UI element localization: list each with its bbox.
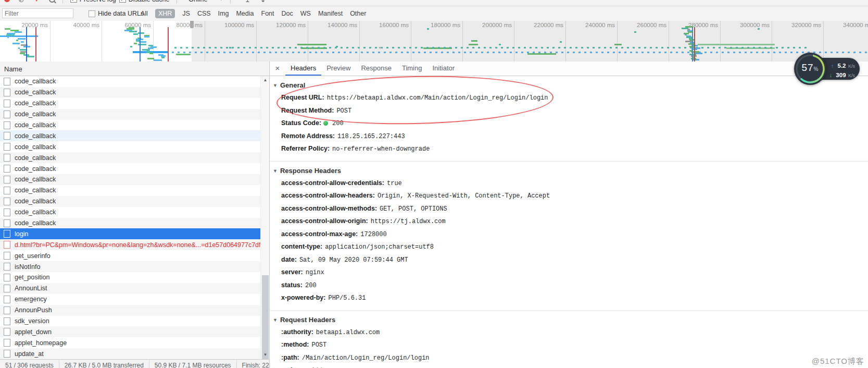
request-row[interactable]: emergency xyxy=(0,294,260,305)
header-key: status: xyxy=(281,281,303,289)
filter-type-xhr[interactable]: XHR xyxy=(155,9,175,18)
file-icon xyxy=(4,78,10,85)
header-value: application/json;charset=utf8 xyxy=(325,243,434,251)
speed-monitor-widget[interactable]: ↑ 5.2 K/s ↓ 309 K/s 57% xyxy=(794,53,867,86)
request-row[interactable]: applet_down xyxy=(0,326,260,337)
request-row[interactable]: isNotInfo xyxy=(0,261,260,272)
filter-type-img[interactable]: Img xyxy=(218,10,229,17)
request-name: sdk_version xyxy=(15,317,49,325)
waterfall-dot xyxy=(130,46,132,47)
import-har-icon[interactable]: ↥ xyxy=(244,0,250,4)
file-icon xyxy=(4,100,10,107)
throttling-select[interactable]: Online xyxy=(188,0,207,3)
request-row[interactable]: code_callback xyxy=(0,130,260,141)
header-value: Origin, X-Requested-With, Content-Type, … xyxy=(378,192,550,200)
scroll-up-icon[interactable]: ▲ xyxy=(261,76,270,84)
waterfall-dot xyxy=(180,47,182,48)
header-key: :path: xyxy=(281,354,299,361)
request-row[interactable]: AnnounList xyxy=(0,283,260,294)
request-row[interactable]: code_callback xyxy=(0,174,260,185)
file-icon xyxy=(4,187,10,194)
file-icon xyxy=(4,154,10,162)
request-name: code_callback xyxy=(15,121,56,129)
request-row[interactable]: d.html?br=PC&pm=Windows&pr=none&lang=zh&… xyxy=(0,239,260,250)
request-row[interactable]: sdk_version xyxy=(0,316,260,327)
search-icon[interactable] xyxy=(49,0,55,3)
file-icon xyxy=(4,165,10,173)
request-row[interactable]: code_callback xyxy=(0,185,260,196)
tab-timing[interactable]: Timing xyxy=(397,62,427,76)
request-row[interactable]: update_at xyxy=(0,348,260,359)
tab-preview[interactable]: Preview xyxy=(321,62,356,76)
request-row[interactable]: code_callback xyxy=(0,87,260,98)
filter-type-js[interactable]: JS xyxy=(182,10,190,17)
header-line: server:nginx xyxy=(270,266,868,279)
header-line: access-control-max-age:1728000 xyxy=(270,228,868,241)
file-icon xyxy=(4,89,10,96)
filter-type-manifest[interactable]: Manifest xyxy=(318,10,343,17)
header-line: date:Sat, 09 May 2020 07:59:44 GMT xyxy=(270,253,868,266)
filter-type-css[interactable]: CSS xyxy=(197,10,211,17)
filter-type-other[interactable]: Other xyxy=(350,10,366,17)
network-overview[interactable]: 20000 ms40000 ms60000 ms80000 ms100000 m… xyxy=(0,21,868,62)
request-row[interactable]: code_callback xyxy=(0,141,260,152)
filter-type-media[interactable]: Media xyxy=(236,10,254,17)
section-header[interactable]: ▼Response Headers xyxy=(270,165,868,177)
section-header[interactable]: ▼Request Headers xyxy=(270,314,868,326)
hide-data-urls-checkbox[interactable] xyxy=(89,10,95,17)
export-har-icon[interactable]: ↧ xyxy=(260,0,266,4)
disable-cache-checkbox[interactable]: ✓ xyxy=(119,0,126,3)
close-icon[interactable]: × xyxy=(270,62,285,76)
request-name: code_callback xyxy=(15,143,56,151)
file-icon xyxy=(4,285,10,292)
preserve-log-checkbox[interactable]: ✓ xyxy=(70,0,77,3)
chevron-down-icon: ▼ xyxy=(219,0,223,2)
header-line: :method:POST xyxy=(270,338,868,351)
request-row[interactable]: code_callback xyxy=(0,109,260,120)
request-row[interactable]: get_position xyxy=(0,272,260,283)
triangle-down-icon: ▼ xyxy=(273,165,278,177)
header-key: Referrer Policy: xyxy=(281,145,330,152)
headers-section: ▼Request Headers:authority:betaapi.aldwx… xyxy=(270,311,868,368)
request-row[interactable]: code_callback xyxy=(0,98,260,109)
request-row[interactable]: code_callback xyxy=(0,218,260,229)
scroll-down-icon[interactable]: ▼ xyxy=(261,351,270,359)
waterfall-dot xyxy=(172,52,174,53)
request-name: get_userinfo xyxy=(15,252,51,260)
list-scrollbar[interactable]: ▲ ▼ xyxy=(260,76,270,359)
file-icon xyxy=(4,296,10,303)
filter-type-ws[interactable]: WS xyxy=(300,10,311,17)
record-icon[interactable] xyxy=(4,0,10,2)
tab-initiator[interactable]: Initiator xyxy=(427,62,460,76)
filter-type-doc[interactable]: Doc xyxy=(282,10,293,17)
scrollbar-thumb[interactable] xyxy=(262,275,269,363)
tab-headers[interactable]: Headers xyxy=(285,62,321,76)
request-row[interactable]: login xyxy=(0,228,260,239)
request-row[interactable]: code_callback xyxy=(0,76,260,87)
waterfall-bar xyxy=(161,57,165,58)
tab-response[interactable]: Response xyxy=(356,62,397,76)
filter-input[interactable] xyxy=(2,8,73,18)
divider xyxy=(62,0,63,4)
request-row[interactable]: code_callback xyxy=(0,196,260,207)
waterfall-bar xyxy=(144,36,150,38)
filter-icon[interactable]: ▼ xyxy=(34,0,40,3)
request-row[interactable]: code_callback xyxy=(0,152,260,163)
selection-handle[interactable] xyxy=(190,21,194,28)
request-row[interactable]: code_callback xyxy=(0,207,260,218)
request-row[interactable]: code_callback xyxy=(0,163,260,174)
request-name: code_callback xyxy=(15,154,56,162)
name-column-header[interactable]: Name xyxy=(0,62,269,76)
filter-type-font[interactable]: Font xyxy=(261,10,274,17)
header-value: https://tj.aldwx.com xyxy=(371,218,446,225)
section-header[interactable]: ▼General xyxy=(270,80,868,91)
file-icon xyxy=(4,252,10,260)
filter-type-all[interactable]: All xyxy=(141,10,148,17)
request-row[interactable]: get_userinfo xyxy=(0,250,260,261)
request-row[interactable]: applet_homepage xyxy=(0,337,260,348)
request-row[interactable]: AnnounPush xyxy=(0,305,260,316)
request-row[interactable]: code_callback xyxy=(0,120,260,131)
triangle-down-icon: ▼ xyxy=(273,314,278,326)
clear-icon[interactable]: ⊘ xyxy=(18,0,24,3)
headers-detail: ▼GeneralRequest URL:https://betaapi.aldw… xyxy=(270,76,868,368)
